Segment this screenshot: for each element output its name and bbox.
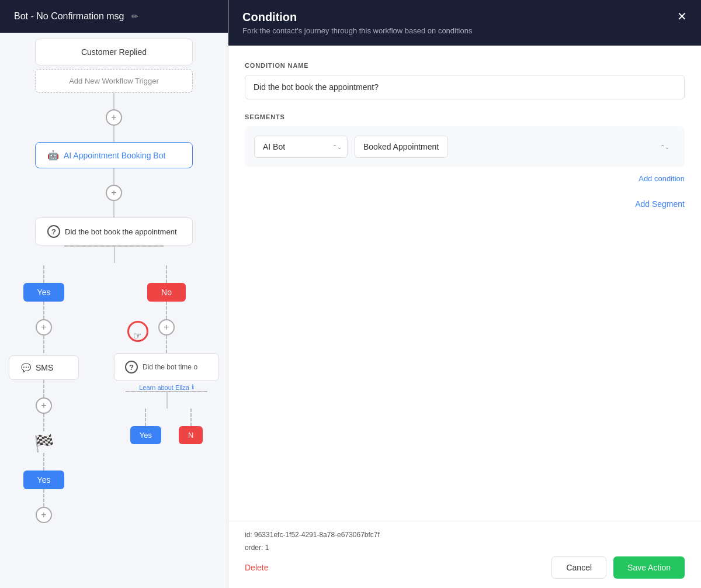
header-title: Bot - No Confirmation msg	[14, 11, 124, 22]
branch-divider	[35, 245, 193, 263]
segment-value-select[interactable]: Booked Appointment	[355, 136, 448, 158]
sub-condition-box[interactable]: ? Did the bot time o	[114, 353, 219, 381]
trigger-box: Customer Replied	[35, 39, 193, 65]
add-step-yes[interactable]: +	[36, 319, 52, 335]
connector-line-3	[113, 168, 114, 185]
add-step-2[interactable]: +	[106, 185, 122, 201]
learn-eliza-link[interactable]: Learn about Eliza ℹ	[139, 383, 194, 391]
sub-condition-icon: ?	[125, 361, 138, 373]
save-action-button[interactable]: Save Action	[613, 556, 685, 579]
edit-icon[interactable]: ✏	[131, 12, 138, 21]
finish-flag: 🏁	[34, 434, 54, 453]
modal-meta-order: order: 1	[245, 544, 685, 552]
segment-type-select[interactable]: AI Bot	[254, 136, 348, 158]
modal-title: Condition	[242, 11, 472, 24]
yes-flag-connector	[43, 414, 44, 431]
condition-name-label: CONDITION NAME	[245, 62, 685, 69]
trigger-label: Customer Replied	[81, 47, 147, 57]
segments-label: SEGMENTS	[245, 113, 685, 120]
modal-meta-id: id: 96331efc-1f52-4291-8a78-e673067bfc7f	[245, 531, 685, 539]
modal-subtitle: Fork the contact's journey through this …	[242, 26, 472, 35]
add-step-after-sms[interactable]: +	[36, 397, 52, 414]
modal-close-button[interactable]: ✕	[677, 11, 687, 22]
condition-icon: ?	[47, 225, 60, 238]
condition-box[interactable]: ? Did the bot book the appointment	[35, 217, 193, 245]
action-label: AI Appointment Booking Bot	[64, 151, 165, 160]
delete-button[interactable]: Delete	[245, 563, 268, 572]
condition-label: Did the bot book the appointment	[65, 227, 177, 236]
no-branch-line-top	[166, 265, 167, 283]
segments-section: SEGMENTS AI Bot Booked Appointment Add c…	[245, 113, 685, 185]
condition-name-input[interactable]	[245, 75, 685, 99]
modal-header: Condition Fork the contact's journey thr…	[228, 0, 701, 46]
yes-sms-connector	[43, 380, 44, 397]
modal-footer: id: 96331efc-1f52-4291-8a78-e673067bfc7f…	[228, 521, 701, 588]
no-yes-button[interactable]: Yes	[130, 426, 161, 444]
yes-button-2[interactable]: Yes	[23, 471, 65, 489]
add-trigger-box[interactable]: Add New Workflow Trigger	[35, 69, 193, 93]
robot-icon: 🤖	[47, 150, 59, 161]
sub-condition-label: Did the bot time o	[143, 363, 197, 371]
workflow-canvas: Customer Replied Add New Workflow Trigge…	[0, 33, 228, 588]
sub-branch-row: Yes N	[130, 409, 203, 444]
connector-line-4	[113, 201, 114, 217]
add-segment-link[interactable]: Add Segment	[245, 195, 685, 213]
yes-branch-line-mid	[43, 302, 44, 319]
add-trigger-label: Add New Workflow Trigger	[69, 77, 159, 85]
cancel-button[interactable]: Cancel	[551, 556, 606, 579]
segment-row: AI Bot Booked Appointment	[245, 126, 685, 167]
add-condition-link[interactable]: Add condition	[245, 172, 685, 185]
yes-button[interactable]: Yes	[23, 283, 65, 302]
info-icon: ℹ	[192, 383, 194, 391]
sms-icon: 💬	[21, 363, 31, 372]
add-step-yes2[interactable]: +	[36, 507, 52, 523]
yes-branch: Yes + 💬 SMS + 🏁 Yes	[9, 265, 79, 523]
add-step-no[interactable]: +	[158, 319, 175, 335]
connector-line-1	[113, 93, 114, 109]
yes-branch-line-top	[43, 265, 44, 283]
condition-modal: Condition Fork the contact's journey thr…	[228, 0, 701, 588]
no-button[interactable]: No	[147, 283, 186, 302]
no-branch: No + ? Did the bot time o Learn about El…	[114, 265, 219, 444]
sub-branch-div	[114, 391, 219, 409]
no-no-button[interactable]: N	[179, 426, 203, 444]
sms-label: SMS	[36, 363, 53, 372]
modal-footer-actions: Delete Cancel Save Action	[245, 556, 685, 579]
sms-box[interactable]: 💬 SMS	[9, 355, 79, 380]
modal-body: CONDITION NAME SEGMENTS AI Bot Booked Ap…	[228, 46, 701, 521]
branch-container: Yes + 💬 SMS + 🏁 Yes	[9, 265, 219, 523]
connector-line-2	[113, 126, 114, 142]
yes-branch-line-bot	[43, 335, 44, 353]
action-box[interactable]: 🤖 AI Appointment Booking Bot	[35, 142, 193, 168]
add-step-1[interactable]: +	[106, 109, 122, 126]
